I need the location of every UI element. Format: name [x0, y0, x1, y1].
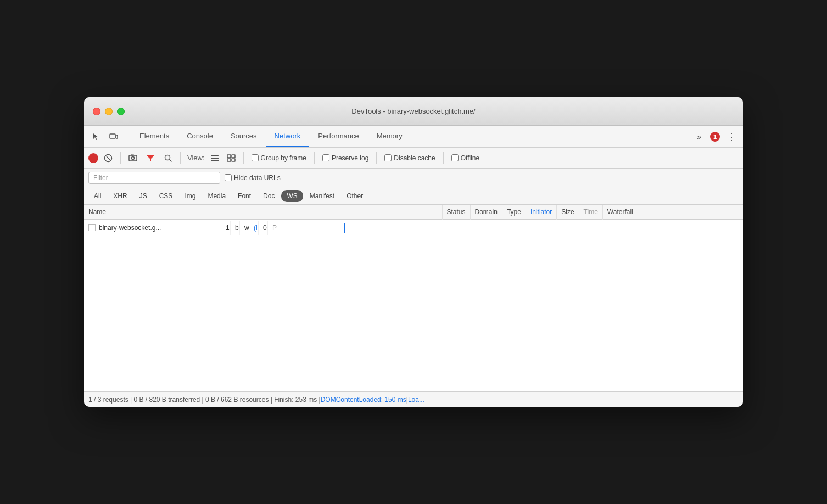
devtools-menu-button[interactable]: ⋮ [724, 131, 739, 143]
error-badge[interactable]: 1 [710, 132, 720, 142]
th-status[interactable]: Status [442, 205, 470, 220]
toolbar-separator-6 [443, 152, 444, 164]
tab-bar-right: » 1 ⋮ [692, 126, 739, 147]
svg-line-8 [170, 159, 172, 161]
type-filter-img[interactable]: Img [179, 190, 201, 202]
type-filter-css[interactable]: CSS [154, 190, 178, 202]
svg-rect-9 [211, 155, 219, 156]
search-button[interactable] [160, 150, 176, 166]
preserve-log-checkbox[interactable] [322, 154, 329, 161]
view-buttons [207, 150, 239, 166]
td-initiator[interactable]: (inde... [249, 221, 259, 235]
load-label[interactable]: Loa... [408, 396, 424, 404]
tab-memory[interactable]: Memory [368, 126, 411, 147]
td-name: binary-websocket.g... [84, 221, 221, 235]
status-bar: 1 / 3 requests | 0 B / 820 B transferred… [84, 391, 743, 407]
title-bar: DevTools - binary-websocket.glitch.me/ [84, 97, 743, 126]
svg-rect-13 [232, 155, 235, 158]
more-tabs-button[interactable]: » [692, 132, 706, 141]
network-toolbar: View: Group by frame [84, 148, 743, 169]
tab-sources[interactable]: Sources [222, 126, 266, 147]
group-by-frame-label[interactable]: Group by frame [252, 154, 306, 162]
list-view-button[interactable] [207, 150, 222, 166]
tab-console[interactable]: Console [178, 126, 222, 147]
disable-cache-checkbox[interactable] [384, 154, 392, 161]
network-table: Name Status Domain Type Initiator [84, 205, 743, 391]
td-status: 101 [221, 221, 231, 235]
table-row[interactable]: binary-websocket.g... 101 binary-... we.… [84, 220, 442, 236]
type-filter-other[interactable]: Other [341, 190, 368, 202]
toolbar-separator-3 [243, 152, 244, 164]
close-button[interactable] [93, 108, 100, 115]
svg-line-3 [107, 156, 110, 160]
toolbar-separator-1 [120, 152, 121, 164]
hide-data-urls-label[interactable]: Hide data URLs [225, 174, 281, 182]
group-by-frame-checkbox[interactable] [252, 154, 259, 161]
tabs: Elements Console Sources Network Perform… [131, 126, 692, 147]
offline-label[interactable]: Offline [451, 154, 479, 162]
error-count-circle: 1 [710, 132, 720, 142]
svg-rect-14 [227, 159, 231, 161]
tab-bar-icons [88, 126, 128, 147]
tab-elements[interactable]: Elements [131, 126, 178, 147]
filter-input[interactable] [88, 172, 220, 184]
minimize-button[interactable] [105, 108, 113, 115]
th-waterfall[interactable]: Waterfall ▲ [602, 205, 743, 220]
td-type: we... [240, 221, 249, 235]
type-filter-all[interactable]: All [88, 190, 107, 202]
device-toggle-icon[interactable] [106, 129, 121, 144]
window-title: DevTools - binary-websocket.glitch.me/ [351, 107, 475, 115]
td-waterfall [277, 220, 442, 236]
clear-button[interactable] [100, 150, 116, 166]
traffic-lights [93, 108, 125, 115]
type-filter-doc[interactable]: Doc [258, 190, 280, 202]
table-header-row: Name Status Domain Type Initiator [84, 205, 743, 220]
type-filter-media[interactable]: Media [202, 190, 231, 202]
th-name[interactable]: Name [84, 205, 442, 220]
svg-rect-6 [131, 154, 133, 155]
th-initiator[interactable]: Initiator [526, 205, 556, 220]
view-label: View: [187, 154, 205, 162]
waterfall-timing-line [344, 223, 345, 233]
th-size[interactable]: Size [557, 205, 579, 220]
toolbar-separator-5 [376, 152, 377, 164]
filter-bar: Hide data URLs [84, 169, 743, 187]
svg-rect-10 [211, 158, 219, 159]
svg-rect-15 [232, 159, 235, 161]
maximize-button[interactable] [117, 108, 125, 115]
tab-network[interactable]: Network [266, 126, 310, 147]
svg-rect-12 [227, 155, 231, 158]
toolbar-separator-2 [180, 152, 181, 164]
record-button[interactable] [88, 153, 98, 163]
offline-checkbox[interactable] [451, 154, 459, 161]
preserve-log-label[interactable]: Preserve log [322, 154, 368, 162]
devtools-window: DevTools - binary-websocket.glitch.me/ E… [84, 97, 743, 407]
type-filter-bar: All XHR JS CSS Img Media Font Doc WS Man… [84, 187, 743, 205]
svg-rect-1 [116, 135, 118, 138]
type-filter-js[interactable]: JS [134, 190, 153, 202]
svg-rect-11 [211, 160, 219, 161]
td-time: Pen... [268, 221, 277, 235]
svg-point-5 [132, 156, 135, 159]
tab-bar: Elements Console Sources Network Perform… [84, 126, 743, 148]
tab-performance[interactable]: Performance [309, 126, 367, 147]
requests-table: Name Status Domain Type Initiator [84, 205, 743, 236]
type-filter-font[interactable]: Font [232, 190, 256, 202]
type-filter-ws[interactable]: WS [281, 190, 303, 202]
filter-button[interactable] [143, 150, 158, 166]
th-time[interactable]: Time [579, 205, 602, 220]
th-type[interactable]: Type [502, 205, 526, 220]
td-domain: binary-... [231, 221, 240, 235]
type-filter-xhr[interactable]: XHR [108, 190, 132, 202]
group-view-button[interactable] [223, 150, 239, 166]
th-domain[interactable]: Domain [470, 205, 502, 220]
disable-cache-label[interactable]: Disable cache [384, 154, 435, 162]
hide-data-urls-checkbox[interactable] [225, 174, 232, 181]
cursor-icon[interactable] [88, 129, 104, 144]
screenshot-button[interactable] [125, 150, 141, 166]
type-filter-manifest[interactable]: Manifest [304, 190, 340, 202]
svg-rect-4 [129, 155, 137, 161]
dom-content-loaded-label[interactable]: DOMContentLoaded: 150 ms [321, 396, 406, 404]
row-checkbox[interactable] [88, 224, 96, 231]
toolbar-separator-4 [314, 152, 315, 164]
